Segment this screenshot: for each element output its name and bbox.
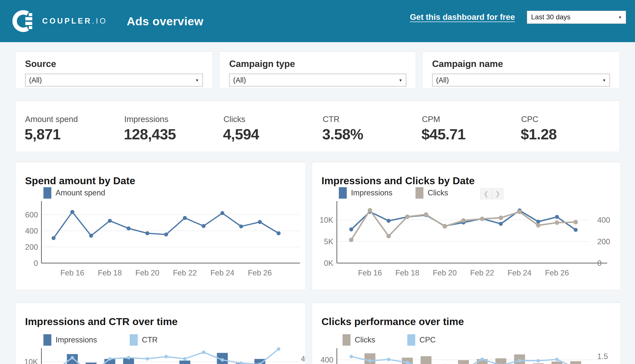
kpi-label: CPM (422, 114, 440, 124)
get-dashboard-link[interactable]: Get this dashboard for free (410, 12, 515, 22)
svg-text:200: 200 (597, 237, 610, 246)
svg-text:400: 400 (25, 227, 38, 235)
svg-text:400: 400 (597, 216, 610, 224)
kpi-value: 3.58% (322, 126, 363, 143)
svg-text:Feb 18: Feb 18 (98, 268, 122, 277)
impressions-clicks-chart-card: Impressions and Clicks by Date Impressio… (312, 162, 620, 290)
chevron-down-icon: ▼ (602, 78, 606, 82)
svg-text:Feb 16: Feb 16 (358, 268, 382, 277)
filter-label: Campaign type (229, 59, 295, 69)
page-title: Ads overview (127, 14, 203, 28)
kpi-cpm: CPM $45.71 (412, 101, 512, 152)
campaign-type-filter-value: (All) (233, 76, 399, 84)
svg-text:200: 200 (25, 243, 38, 252)
svg-text:Feb 26: Feb 26 (248, 268, 272, 277)
date-range-value: Last 30 days (531, 13, 618, 21)
svg-text:Feb 20: Feb 20 (136, 268, 160, 277)
svg-text:1.5: 1.5 (597, 352, 608, 361)
svg-text:Feb 22: Feb 22 (470, 268, 494, 277)
kpi-amount-spend: Amount spend 5,871 (16, 101, 115, 152)
app-header: COUPLER.IO Ads overview Get this dashboa… (0, 0, 635, 42)
svg-text:5K: 5K (324, 237, 333, 246)
coupler-logo-icon (12, 10, 34, 32)
kpi-label: Amount spend (25, 114, 78, 124)
svg-text:10K: 10K (24, 358, 38, 364)
kpi-ctr: CTR 3.58% (313, 101, 412, 152)
brand-name: COUPLER.IO (42, 16, 107, 26)
kpi-impressions: Impressions 128,435 (115, 101, 214, 152)
filter-card-source: Source (All) ▼ (15, 51, 213, 88)
chevron-down-icon: ▼ (618, 15, 622, 19)
chevron-down-icon: ▼ (399, 78, 402, 82)
svg-text:10K: 10K (320, 216, 333, 224)
svg-text:600: 600 (25, 210, 38, 219)
impressions-ctr-chart-card: Impressions and CTR over time Impression… (15, 302, 306, 364)
svg-text:Feb 18: Feb 18 (395, 268, 419, 277)
svg-text:4%: 4% (301, 354, 306, 363)
campaign-name-filter-dropdown[interactable]: (All) ▼ (432, 74, 610, 86)
kpi-label: CPC (521, 114, 538, 124)
clicks-performance-chart-card: Clicks performance over time Clicks CPC … (312, 302, 620, 364)
kpi-value: $45.71 (421, 126, 466, 143)
date-range-dropdown[interactable]: Last 30 days ▼ (527, 11, 626, 24)
impressions-clicks-chart-plot[interactable]: 0K5K10K0200400Feb 16Feb 18Feb 20Feb 22Fe… (312, 162, 620, 290)
kpi-value: 4,594 (223, 126, 259, 143)
filter-card-campaign-type: Campaign type (All) ▼ (220, 51, 416, 88)
filter-label: Source (25, 59, 56, 69)
kpi-label: Clicks (224, 114, 245, 124)
svg-text:Feb 24: Feb 24 (210, 268, 234, 277)
svg-text:Feb 20: Feb 20 (433, 268, 457, 277)
svg-text:0: 0 (597, 259, 601, 268)
campaign-type-filter-dropdown[interactable]: (All) ▼ (229, 74, 406, 86)
kpi-value: $1.28 (521, 126, 557, 143)
kpi-label: CTR (323, 114, 340, 124)
kpi-cpc: CPC $1.28 (512, 101, 611, 152)
kpi-summary-card: Amount spend 5,871 Impressions 128,435 C… (15, 100, 620, 152)
svg-text:0K: 0K (324, 259, 333, 268)
svg-text:Feb 16: Feb 16 (60, 268, 84, 277)
kpi-label: Impressions (124, 114, 168, 124)
spend-chart-card: Spend amount by Date Amount spend 020040… (15, 162, 306, 290)
clicks-performance-chart-plot[interactable]: 4001.5 (312, 302, 620, 364)
filter-label: Campaign name (432, 59, 503, 69)
svg-text:Feb 24: Feb 24 (507, 268, 531, 277)
svg-text:Feb 26: Feb 26 (545, 268, 569, 277)
kpi-value: 5,871 (25, 126, 61, 143)
kpi-value: 128,435 (124, 126, 176, 143)
svg-text:Feb 22: Feb 22 (173, 268, 197, 277)
impressions-ctr-chart-plot[interactable]: 10K4% (16, 302, 306, 364)
svg-text:400: 400 (320, 356, 333, 364)
source-filter-value: (All) (29, 76, 195, 84)
source-filter-dropdown[interactable]: (All) ▼ (25, 74, 203, 86)
kpi-clicks: Clicks 4,594 (214, 101, 313, 152)
svg-text:0: 0 (34, 259, 38, 268)
spend-chart-plot[interactable]: 0200400600Feb 16Feb 18Feb 20Feb 22Feb 24… (16, 162, 306, 290)
campaign-name-filter-value: (All) (436, 76, 602, 84)
chevron-down-icon: ▼ (195, 78, 199, 82)
filter-card-campaign-name: Campaign name (All) ▼ (422, 51, 620, 88)
